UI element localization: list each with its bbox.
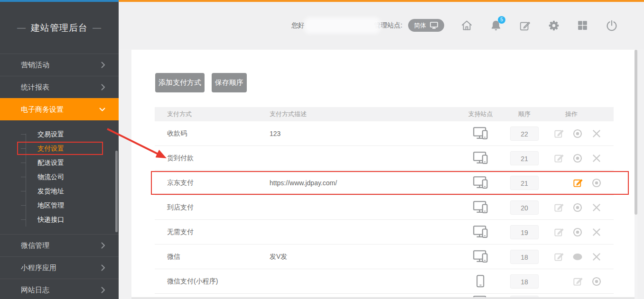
app-title: — 建站管理后台 — — [0, 2, 119, 54]
sidebar: — 建站管理后台 — 营销活动 统计报表 电子商务设置 交易设置 支付设置 配送… — [0, 0, 119, 299]
view-action-icon[interactable] — [568, 200, 587, 215]
sidebar-item[interactable]: 微信管理 — [0, 234, 119, 256]
sidebar-item-label: 电子商务设置 — [21, 105, 64, 114]
sidebar-subitem-label: 快递接口 — [37, 216, 64, 223]
sidebar-item[interactable]: 小程序应用 — [0, 256, 119, 279]
hidden-action-icon[interactable] — [568, 250, 587, 264]
order-input[interactable]: 18 — [510, 250, 539, 264]
payment-method-description: 发V发 — [256, 253, 456, 261]
language-pill[interactable]: 简体 — [408, 19, 444, 32]
order-input[interactable]: 21 — [510, 151, 539, 165]
topbar-right-cluster: 您好 管理站点: 简体 5 — [291, 2, 618, 49]
view-action-icon[interactable] — [568, 127, 587, 141]
payment-method-name: 京东支付 — [155, 179, 256, 187]
power-logout-icon[interactable] — [605, 19, 618, 32]
sidebar-subitem[interactable]: 快递接口 — [0, 212, 119, 227]
sidebar-item[interactable]: 统计报表 — [0, 76, 119, 98]
actions-cell — [543, 151, 614, 165]
edit-action-icon[interactable] — [549, 127, 568, 141]
content-card: 添加支付方式 保存顺序 支付方式 支付方式描述 支持站点 顺序 操作 收款码 1… — [131, 50, 635, 299]
edit-action-icon[interactable] — [568, 176, 587, 190]
chevron-right-icon — [101, 62, 105, 68]
desktop-mobile-icon — [473, 127, 488, 140]
table-row: 货到付款 21 — [155, 146, 614, 171]
order-input[interactable]: 18 — [510, 274, 539, 289]
view-action-icon[interactable] — [587, 274, 606, 289]
edit-action-icon[interactable] — [568, 274, 587, 289]
sidebar-item-label: 小程序应用 — [21, 263, 56, 272]
sidebar-subitem-label: 物流公司 — [37, 173, 64, 181]
greeting-text: 您好 管理站点: — [291, 20, 402, 31]
actions-cell — [543, 127, 614, 141]
save-order-button[interactable]: 保存顺序 — [212, 73, 247, 92]
sidebar-subitem[interactable]: 物流公司 — [0, 170, 119, 184]
toolbar: 添加支付方式 保存顺序 — [155, 73, 247, 92]
notification-badge: 5 — [498, 16, 505, 24]
sidebar-item[interactable]: 网站日志 — [0, 279, 119, 299]
sidebar-subitem[interactable]: 配送设置 — [0, 155, 119, 170]
sidebar-subitem[interactable]: 交易设置 — [0, 127, 119, 141]
page-scrollbar[interactable] — [635, 50, 637, 299]
language-pill-label: 简体 — [414, 21, 426, 30]
mobile-icon — [476, 275, 485, 288]
actions-cell — [543, 225, 614, 239]
sidebar-subitem[interactable]: 地区管理 — [0, 198, 119, 212]
delete-action-icon[interactable] — [587, 151, 606, 165]
view-action-icon[interactable] — [587, 176, 606, 190]
delete-action-icon[interactable] — [587, 250, 606, 264]
greeting-area: 您好 管理站点: 简体 — [291, 19, 444, 32]
actions-cell — [543, 274, 614, 289]
sidebar-subitem[interactable]: 支付设置 — [0, 141, 119, 155]
table-row: 收款码 123 22 — [155, 121, 614, 146]
title-dash: — — [93, 23, 102, 33]
table-row: 无需支付 19 — [155, 220, 614, 245]
sidebar-subitem[interactable]: 发货地址 — [0, 184, 119, 198]
delete-action-icon[interactable] — [587, 127, 606, 141]
edit-action-icon[interactable] — [549, 225, 568, 239]
sidebar-subitem-label: 支付设置 — [37, 145, 64, 152]
page-scrollbar-thumb[interactable] — [635, 50, 637, 215]
view-action-icon[interactable] — [568, 151, 587, 165]
chevron-right-icon — [101, 287, 105, 293]
sidebar-item[interactable]: 营销活动 — [0, 54, 119, 76]
delete-action-icon[interactable] — [587, 200, 606, 215]
sidebar-scrollbar[interactable] — [115, 151, 118, 232]
sidebar-item-label: 营销活动 — [21, 61, 49, 70]
edit-icon[interactable] — [518, 19, 531, 32]
redacted-username — [307, 20, 378, 31]
sidebar-nav: 营销活动 统计报表 电子商务设置 交易设置 支付设置 配送设置 物流公司 发货地… — [0, 54, 119, 299]
edit-action-icon[interactable] — [549, 200, 568, 215]
supported-sites-cell — [456, 226, 505, 238]
payment-method-description: https://www.jdpay.com/ — [256, 179, 456, 187]
header-method: 支付方式 — [155, 110, 256, 118]
order-input[interactable]: 19 — [510, 225, 539, 239]
sidebar-subitem-label: 发货地址 — [37, 187, 64, 195]
view-action-icon[interactable] — [568, 225, 587, 239]
header-order: 顺序 — [505, 110, 543, 118]
add-payment-button[interactable]: 添加支付方式 — [155, 73, 205, 92]
order-input[interactable]: 21 — [510, 176, 539, 190]
apps-grid-icon[interactable] — [576, 19, 589, 32]
supported-sites-cell — [456, 275, 505, 288]
sidebar-menu-bottom: 微信管理 小程序应用 网站日志 — [0, 234, 119, 299]
delete-action-icon[interactable] — [587, 225, 606, 239]
settings-gear-icon[interactable] — [547, 19, 560, 32]
payment-method-name: 收款码 — [155, 129, 256, 138]
sidebar-item-ecommerce-settings[interactable]: 电子商务设置 — [0, 98, 119, 120]
payment-method-name: 无需支付 — [155, 228, 256, 236]
sidebar-item-label: 网站日志 — [21, 286, 49, 295]
edit-action-icon[interactable] — [549, 151, 568, 165]
order-input[interactable]: 20 — [510, 200, 539, 215]
supported-sites-cell — [456, 152, 505, 164]
edit-action-icon[interactable] — [549, 250, 568, 264]
supported-sites-cell — [456, 201, 505, 214]
home-icon[interactable] — [460, 19, 473, 32]
table-row: 到店支付 20 — [155, 195, 614, 220]
notifications-icon[interactable]: 5 — [489, 19, 502, 32]
supported-sites-cell — [456, 176, 505, 189]
sidebar-item-label: 微信管理 — [21, 241, 49, 250]
payment-method-name: 货到付款 — [155, 154, 256, 163]
table-header: 支付方式 支付方式描述 支持站点 顺序 操作 — [155, 107, 614, 121]
payment-method-name: 到店支付 — [155, 203, 256, 212]
order-input[interactable]: 22 — [510, 127, 539, 141]
